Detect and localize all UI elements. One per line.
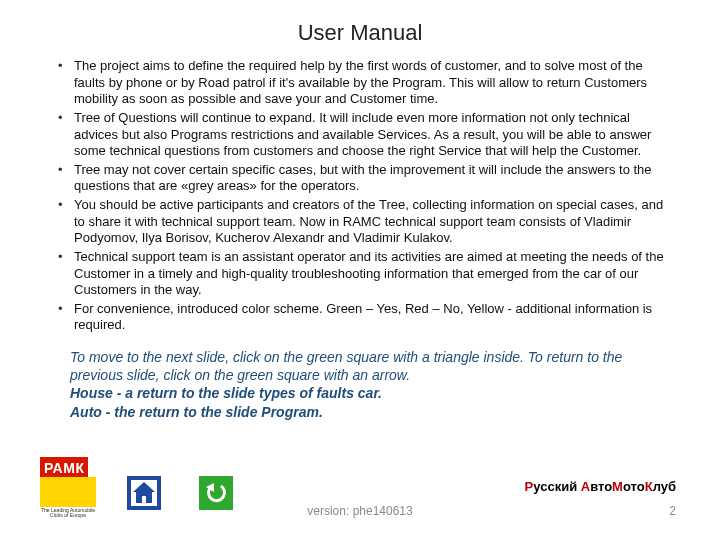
logo-text: РАМК <box>40 457 88 477</box>
brand-part: М <box>612 479 623 494</box>
brand-part: К <box>645 479 653 494</box>
footer: РАМК The Leading Automobile Clubs of Eur… <box>0 468 720 528</box>
instructions-block: To move to the next slide, click on the … <box>70 348 650 421</box>
brand-name: Русский АвтоМотоКлуб <box>525 479 676 494</box>
house-icon <box>131 480 157 506</box>
instructions-line-bold: House - a return to the slide types of f… <box>70 384 650 402</box>
list-item: For convenience, introduced color scheme… <box>74 301 670 334</box>
list-item: Tree of Questions will continue to expan… <box>74 110 670 160</box>
brand-part: усский <box>533 479 580 494</box>
brand-part: Р <box>525 479 534 494</box>
list-item: Tree may not cover certain specific case… <box>74 162 670 195</box>
instructions-line: To move to the next slide, click on the … <box>70 348 650 384</box>
brand-part: ото <box>623 479 645 494</box>
list-item: You should be active participants and cr… <box>74 197 670 247</box>
instructions-line-bold: Auto - the return to the slide Program. <box>70 403 650 421</box>
list-item: Technical support team is an assistant o… <box>74 249 670 299</box>
page-title: User Manual <box>50 20 670 46</box>
version-label: version: phe140613 <box>0 504 720 518</box>
brand-part: вто <box>590 479 612 494</box>
brand-part: А <box>581 479 590 494</box>
page-number: 2 <box>669 504 676 518</box>
arrow-back-icon <box>203 480 229 506</box>
bullet-list: The project aims to define the required … <box>50 58 670 334</box>
logo-yellow-block <box>40 477 96 507</box>
brand-part: луб <box>653 479 676 494</box>
list-item: The project aims to define the required … <box>74 58 670 108</box>
